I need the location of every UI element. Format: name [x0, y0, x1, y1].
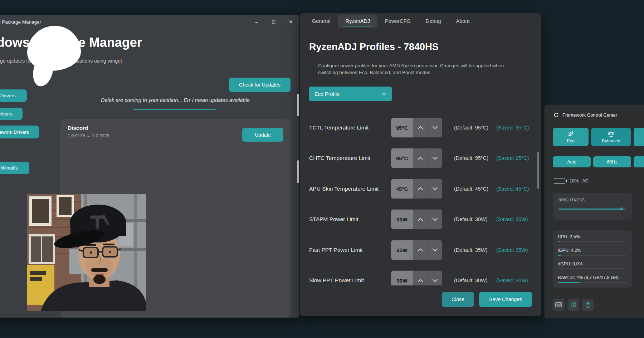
chevron-down-icon: [433, 126, 438, 129]
setting-label: CHTC Temperature Limit: [309, 155, 370, 161]
mode-label: Eco: [567, 138, 575, 143]
tab-bar: General RyzenADJ PowerCFG Debug About: [304, 15, 477, 28]
decrement-button[interactable]: [428, 118, 442, 137]
refresh-auto-button[interactable]: Auto: [553, 156, 591, 167]
chevron-up-icon: [418, 279, 423, 282]
setting-label: Fast PPT Power Limit: [309, 247, 363, 253]
save-changes-button[interactable]: Save Changes: [479, 292, 532, 307]
value-stepper: 35W: [391, 240, 442, 260]
stat-label: RAM: 31,4% (8,7 GB/27,8 GB): [558, 275, 627, 280]
chevron-up-icon: [418, 249, 423, 251]
increment-button[interactable]: [413, 240, 428, 260]
saved-value-text: (Saved: 45°C): [496, 186, 529, 192]
close-dialog-button[interactable]: Close: [442, 292, 474, 307]
fan-button[interactable]: [582, 299, 594, 311]
tab-powercfg[interactable]: PowerCFG: [377, 15, 418, 28]
updates-status-text: Dalek are coming to your location... Err…: [80, 97, 270, 103]
decrement-button[interactable]: [428, 240, 442, 260]
increment-button[interactable]: [413, 118, 428, 137]
boost-mode-button[interactable]: [634, 128, 644, 146]
brightness-label: BRIGHTNESS: [558, 198, 626, 202]
section-description: Configure power profiles for your AMD Ry…: [318, 62, 513, 76]
chevron-up-icon: [418, 126, 423, 129]
setting-label: Slow PPT Power Limit: [309, 277, 364, 284]
scrollbar-thumb[interactable]: [537, 152, 539, 189]
chevron-down-icon: [433, 157, 438, 160]
increment-button[interactable]: [413, 148, 428, 168]
saved-value-text: (Saved: 35W): [496, 247, 528, 253]
stepper-value: 45°C: [391, 179, 413, 199]
refresh-60hz-button[interactable]: 60Hz: [593, 156, 631, 167]
tab-general[interactable]: General: [304, 15, 338, 28]
brightness-slider[interactable]: [558, 209, 626, 210]
saved-value-text: (Saved: 95°C): [496, 155, 529, 161]
sync-icon: [553, 112, 559, 118]
decrement-button[interactable]: [428, 210, 442, 229]
updates-progress-bar: [133, 109, 216, 110]
section-title: RyzenADJ Profiles - 7840HS: [309, 41, 439, 53]
keyboard-icon: [555, 302, 562, 307]
update-button[interactable]: Update: [242, 128, 283, 142]
panel-header: Framework Control Center: [553, 112, 617, 118]
stat-bar: [558, 241, 627, 242]
refresh-extra-button[interactable]: [634, 156, 644, 167]
chevron-up-icon: [418, 187, 423, 190]
chevron-down-icon: [382, 93, 386, 95]
chevron-down-icon: [433, 279, 438, 282]
default-value-text: (Default: 35W): [454, 247, 487, 253]
sidebar-item-framework-drivers[interactable]: Framework Drivers: [0, 126, 39, 138]
default-value-text: (Default: 95°C): [454, 155, 488, 161]
window-controls: – □ ✕: [248, 15, 299, 29]
setting-label: TCTL Temperature Limit: [309, 124, 369, 131]
webcam-photo: [27, 194, 146, 311]
setting-label: STAPM Power Limit: [309, 216, 358, 222]
setting-row-apu-skin: APU Skin Temperature Limit 45°C (Default…: [300, 173, 541, 204]
close-button[interactable]: ✕: [282, 15, 299, 29]
balanced-mode-button[interactable]: Balanced: [591, 128, 631, 146]
decrement-button[interactable]: [428, 179, 442, 199]
profile-dropdown[interactable]: Eco Profile: [309, 87, 392, 101]
value-stepper: 95°C: [391, 148, 442, 168]
stepper-value: 95°C: [391, 148, 413, 168]
brightness-slider-thumb[interactable]: [620, 207, 623, 210]
sidebar-item-ctt-winutils[interactable]: CTT Winutils: [0, 162, 29, 174]
tab-about[interactable]: About: [449, 15, 477, 28]
settings-rows: TCTL Temperature Limit 95°C (Default: 95…: [300, 112, 541, 296]
default-value-text: (Default: 30W): [454, 278, 487, 283]
maximize-button[interactable]: □: [265, 15, 282, 29]
titlebar: Windows Package Manager – □ ✕: [0, 15, 299, 29]
refresh-rate-buttons: Auto 60Hz: [553, 156, 644, 167]
sidebar-item-amd-drivers[interactable]: AMD Drivers: [0, 108, 23, 120]
stat-bar: [558, 255, 627, 256]
history-clock-icon: [570, 302, 576, 308]
stat-label: dGPU: 0,0%: [558, 261, 627, 266]
system-stats-card: CPU: 2,5% iGPU: 4,2% dGPU: 0,0% RAM: 31,…: [553, 230, 632, 288]
package-name: Discord: [68, 125, 88, 131]
check-for-updates-button[interactable]: Check for Updates: [229, 78, 291, 92]
setting-row-tctl: TCTL Temperature Limit 95°C (Default: 95…: [300, 112, 541, 143]
decrement-button[interactable]: [428, 148, 442, 168]
framework-control-center-panel: Framework Control Center Eco Balanced Au…: [545, 105, 644, 318]
chevron-up-icon: [418, 218, 423, 221]
leaf-icon: [567, 131, 574, 137]
chevron-down-icon: [433, 187, 438, 190]
increment-button[interactable]: [413, 179, 428, 199]
default-value-text: (Default: 45°C): [454, 186, 488, 192]
tab-ryzenadj[interactable]: RyzenADJ: [338, 15, 378, 28]
tab-debug[interactable]: Debug: [418, 15, 449, 28]
eco-mode-button[interactable]: Eco: [553, 128, 589, 146]
chevron-up-icon: [418, 157, 423, 160]
keyboard-button[interactable]: [553, 299, 565, 311]
value-stepper: 45°C: [391, 179, 442, 199]
scrollbar-thumb[interactable]: [297, 94, 299, 116]
history-button[interactable]: [567, 299, 579, 311]
sidebar-item-intel-drivers[interactable]: Intel Drivers: [0, 89, 27, 102]
scrollbar-thumb[interactable]: [297, 160, 299, 183]
default-value-text: (Default: 95°C): [454, 125, 488, 131]
minimize-button[interactable]: –: [248, 15, 265, 29]
stat-igpu: iGPU: 4,2%: [558, 248, 627, 261]
increment-button[interactable]: [413, 210, 428, 229]
scales-icon: [608, 131, 615, 137]
setting-row-chtc: CHTC Temperature Limit 95°C (Default: 95…: [300, 143, 541, 174]
stat-cpu: CPU: 2,5%: [558, 234, 627, 248]
